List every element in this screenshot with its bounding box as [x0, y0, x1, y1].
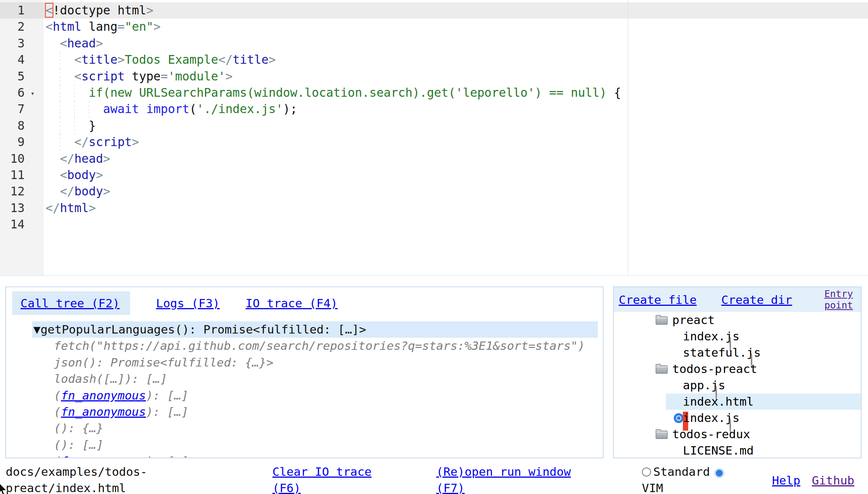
code-text[interactable]: <title>Todos Example</title>	[44, 52, 868, 68]
code-line[interactable]: 11 <body>	[0, 167, 868, 183]
indent-guide	[60, 118, 60, 134]
code-text[interactable]: await import('./index.js');	[44, 101, 868, 117]
tab-io-trace-f4[interactable]: IO trace (F4)	[245, 291, 338, 315]
code-line[interactable]: 3 <head>	[0, 35, 868, 52]
anonymous-fn-link[interactable]: fn_anonymous	[61, 405, 146, 418]
file-row-index-html[interactable]: index.html	[614, 393, 861, 410]
code-line[interactable]: 14	[0, 216, 868, 233]
file-row-stateful-js[interactable]: stateful.js	[614, 345, 861, 361]
code-token: await	[103, 102, 139, 116]
code-token: </	[218, 53, 233, 66]
dir-row-todos-redux[interactable]: todos-redux	[614, 426, 861, 442]
code-token: (	[189, 102, 197, 116]
fold-arrow-icon[interactable]: ▾	[31, 85, 35, 102]
file-row-index-js[interactable]: index.js	[614, 410, 861, 426]
code-text[interactable]	[44, 216, 868, 233]
anonymous-fn-link[interactable]: fn_anonymous	[61, 454, 146, 458]
code-token: >	[146, 3, 154, 17]
anonymous-fn-link[interactable]: fn_anonymous	[61, 389, 146, 402]
call-tree-row[interactable]: (fn_anonymous): […]	[6, 387, 603, 404]
code-token: >	[96, 36, 103, 50]
help-link[interactable]: Help	[772, 474, 800, 487]
file-name[interactable]: index.js	[683, 329, 739, 343]
dir-row-todos-preact[interactable]: todos-preact	[614, 361, 861, 377]
dir-name[interactable]: preact	[672, 313, 715, 327]
code-line[interactable]: 8 }	[0, 118, 868, 134]
dir-name[interactable]: todos-redux	[672, 427, 750, 441]
call-tree-row[interactable]: ▼getPopularLanguages(): Promise<fulfille…	[32, 321, 598, 338]
keybinding-label-vim[interactable]: VIM	[642, 481, 663, 494]
file-row-index-js[interactable]: index.js	[614, 328, 861, 345]
code-text[interactable]: }	[44, 118, 868, 134]
call-tree-row[interactable]: fetch("https://api.github.com/search/rep…	[6, 338, 603, 354]
call-tree-row[interactable]: (): […]	[6, 437, 603, 453]
code-token	[46, 86, 89, 99]
code-text[interactable]: <html lang="en">	[44, 19, 868, 35]
code-text[interactable]: <body>	[44, 167, 868, 183]
indent-guide	[74, 101, 75, 117]
call-tree-row[interactable]: lodash([…]): […]	[6, 371, 603, 387]
code-text[interactable]: <head>	[44, 35, 868, 52]
expand-arrow-icon[interactable]: ▼	[33, 323, 41, 336]
code-line[interactable]: 6▾ if(new URLSearchParams(window.locatio…	[0, 85, 868, 101]
file-tree: preactindex.jsstateful.jstodos-preactapp…	[614, 312, 861, 458]
code-token: title	[233, 53, 269, 66]
line-number-text: 13	[10, 201, 25, 215]
line-number: 13	[0, 200, 44, 216]
file-row-LICENSE-md[interactable]: LICENSE.md	[614, 442, 861, 458]
code-token	[46, 152, 60, 165]
line-number-text: 3	[17, 36, 25, 50]
tab-link[interactable]: Logs (F3)	[156, 296, 220, 310]
code-text[interactable]: </body>	[44, 183, 868, 200]
tab-call-tree-f2[interactable]: Call tree (F2)	[12, 291, 130, 315]
code-line[interactable]: 2<html lang="en">	[0, 19, 868, 35]
keybinding-radio-standard[interactable]	[642, 467, 651, 477]
code-text[interactable]: </script>	[44, 134, 868, 150]
code-line[interactable]: 7 await import('./index.js');	[0, 101, 868, 117]
code-text[interactable]: <!doctype html>	[44, 2, 868, 19]
code-line[interactable]: 13</html>	[0, 200, 868, 216]
code-line[interactable]: 9 </script>	[0, 134, 868, 150]
keybinding-radio-vim[interactable]	[716, 470, 723, 477]
github-link[interactable]: Github	[812, 474, 854, 487]
create-file-button[interactable]: Create file	[619, 293, 697, 307]
tab-logs-f3[interactable]: Logs (F3)	[156, 291, 220, 315]
code-editor[interactable]: 1<!doctype html>2<html lang="en">3 <head…	[0, 0, 868, 276]
file-name[interactable]: LICENSE.md	[683, 444, 754, 457]
entry-point-link[interactable]: Entry point	[824, 288, 858, 311]
reopen-run-window-button[interactable]: (Re)open run window (F7)	[436, 464, 580, 494]
file-name[interactable]: index.js	[683, 411, 739, 425]
file-row-app-js[interactable]: app.js	[614, 377, 861, 393]
line-number-text: 12	[10, 184, 25, 198]
code-token: <	[74, 69, 82, 83]
code-line[interactable]: 5 <script type='module'>	[0, 68, 868, 85]
dir-row-preact[interactable]: preact	[614, 312, 861, 328]
code-text[interactable]: </head>	[44, 151, 868, 167]
create-dir-button[interactable]: Create dir	[721, 293, 792, 307]
clear-io-trace-button[interactable]: Clear IO trace (F6)	[272, 464, 386, 494]
code-line[interactable]: 10 </head>	[0, 151, 868, 167]
call-tree-row[interactable]: json(): Promise<fulfilled: {…}>	[6, 354, 603, 371]
leporello-app: 1<!doctype html>2<html lang="en">3 <head…	[0, 0, 868, 494]
code-text[interactable]: if(new URLSearchParams(window.location.s…	[44, 85, 868, 101]
dir-name[interactable]: todos-preact	[672, 362, 757, 376]
call-tree-row[interactable]: (): {…}	[6, 420, 603, 436]
call-tree-row[interactable]: (fn_anonymous): […]	[6, 453, 603, 458]
file-name[interactable]: index.html	[683, 395, 754, 408]
call-tree: ▼getPopularLanguages(): Promise<fulfille…	[6, 321, 603, 458]
tab-link[interactable]: Call tree (F2)	[20, 296, 120, 310]
code-line[interactable]: 1<!doctype html>	[0, 2, 868, 19]
file-name[interactable]: app.js	[683, 378, 725, 392]
tab-link[interactable]: IO trace (F4)	[245, 296, 338, 310]
code-token	[46, 36, 60, 50]
code-text[interactable]: </html>	[44, 200, 868, 216]
keybinding-label-standard[interactable]: Standard	[653, 465, 710, 478]
file-name[interactable]: stateful.js	[683, 346, 761, 359]
call-tree-row[interactable]: (fn_anonymous): […]	[6, 404, 603, 420]
code-line[interactable]: 4 <title>Todos Example</title>	[0, 52, 868, 68]
entry-point-radio-selected[interactable]	[674, 413, 684, 423]
code-line[interactable]: 12 </body>	[0, 183, 868, 200]
code-text[interactable]: <script type='module'>	[44, 68, 868, 85]
code-token: >	[132, 135, 139, 149]
keybinding-options: StandardVIM	[642, 464, 731, 494]
